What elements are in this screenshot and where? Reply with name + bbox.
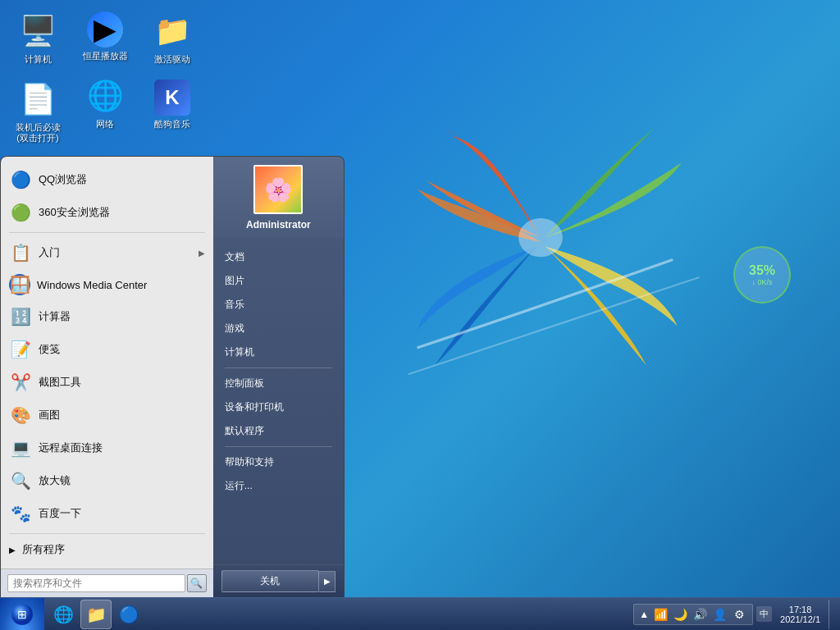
start-item-notepad-label: 便笺 xyxy=(39,342,205,357)
search-button[interactable]: 🔍 xyxy=(187,574,207,592)
tray-expand-arrow[interactable]: ▲ xyxy=(639,609,649,620)
notification-area: ▲ 📶 🌙 🔊 👤 ⚙ xyxy=(633,604,753,625)
tray-settings-icon[interactable]: ⚙ xyxy=(731,606,747,623)
desktop-icon-media-player-label: 恒星播放器 xyxy=(83,51,128,62)
shutdown-arrow-button[interactable]: ▶ xyxy=(319,571,336,592)
windows-logo xyxy=(364,66,717,418)
start-item-qq-browser[interactable]: 🔵 QQ浏览器 xyxy=(1,163,213,196)
start-item-remote[interactable]: 💻 远程桌面连接 xyxy=(1,431,213,464)
start-all-programs[interactable]: ▶ 所有程序 xyxy=(1,537,213,562)
start-menu-left: 🔵 QQ浏览器 🟢 360安全浏览器 📋 入门 ▶ 🪟 Windows Medi… xyxy=(1,157,213,597)
system-clock[interactable]: 17:18 2021/12/1 xyxy=(775,605,825,624)
start-item-intro[interactable]: 📋 入门 ▶ xyxy=(1,236,213,269)
start-search-box: 🔍 xyxy=(1,568,213,597)
desktop-icon-driver[interactable]: 📁 激活驱动 xyxy=(143,8,202,68)
taskbar-icon-ie2[interactable]: 🔵 xyxy=(113,600,144,629)
start-left-items: 🔵 QQ浏览器 🟢 360安全浏览器 📋 入门 ▶ 🪟 Windows Medi… xyxy=(1,157,213,568)
start-item-wmc[interactable]: 🪟 Windows Media Center xyxy=(1,269,213,300)
windows-orb-icon: ⊞ xyxy=(11,603,34,626)
right-item-control-panel[interactable]: 控制面板 xyxy=(213,372,344,395)
desktop-icon-computer[interactable]: 🖥️ 计算机 xyxy=(8,8,67,68)
all-programs-arrow: ▶ xyxy=(9,546,16,555)
user-avatar[interactable]: 🌸 xyxy=(253,165,303,214)
start-item-calculator-label: 计算器 xyxy=(39,309,205,324)
show-desktop-button[interactable] xyxy=(829,600,835,629)
user-name: Administrator xyxy=(246,219,311,231)
start-item-paint[interactable]: 🎨 画图 xyxy=(1,399,213,431)
right-item-computer[interactable]: 计算机 xyxy=(213,340,344,364)
desktop-icon-documents[interactable]: 📄 装机后必读(双击打开) xyxy=(8,76,67,147)
desktop-icon-music-label: 酷狗音乐 xyxy=(154,119,190,130)
right-divider-2 xyxy=(225,446,332,447)
desktop-icon-computer-label: 计算机 xyxy=(25,54,52,65)
desktop-icon-network[interactable]: 🌐 网络 xyxy=(75,73,135,133)
tray-volume-icon[interactable]: 🔊 xyxy=(692,606,708,623)
start-right-items: 文档 图片 音乐 游戏 计算机 控制面板 设备和打印机 默认程序 帮助和支持 运… xyxy=(213,239,344,564)
start-item-snipping[interactable]: ✂️ 截图工具 xyxy=(1,366,213,399)
start-item-intro-label: 入门 xyxy=(39,245,199,260)
start-item-wmc-label: Windows Media Center xyxy=(37,279,205,291)
desktop-icon-documents-label: 装机后必读(双击打开) xyxy=(11,122,64,144)
right-item-music[interactable]: 音乐 xyxy=(213,293,344,317)
svg-text:⊞: ⊞ xyxy=(17,608,27,621)
net-percent: 35% xyxy=(749,263,775,278)
tray-network-icon[interactable]: 📶 xyxy=(652,606,669,623)
start-item-calculator[interactable]: 🔢 计算器 xyxy=(1,300,213,333)
start-menu: 🔵 QQ浏览器 🟢 360安全浏览器 📋 入门 ▶ 🪟 Windows Medi… xyxy=(0,156,345,597)
right-item-run[interactable]: 运行... xyxy=(213,474,344,498)
net-speed-widget: 35% ↓ 0K/s xyxy=(733,246,791,304)
start-item-remote-label: 远程桌面连接 xyxy=(39,441,205,455)
taskbar-icon-ie[interactable]: 🌐 xyxy=(48,600,79,629)
system-tray: ▲ 📶 🌙 🔊 👤 ⚙ 中 17:18 2021/12/1 xyxy=(628,600,840,629)
all-programs-label: 所有程序 xyxy=(22,542,65,557)
tray-language-indicator[interactable]: 中 xyxy=(756,606,772,622)
clock-time: 17:18 xyxy=(789,605,812,614)
start-item-baidu[interactable]: 🐾 百度一下 xyxy=(1,497,213,530)
taskbar-items: 🌐 📁 🔵 xyxy=(44,600,628,629)
right-item-devices[interactable]: 设备和打印机 xyxy=(213,395,344,419)
start-divider-1 xyxy=(9,232,205,233)
start-item-snipping-label: 截图工具 xyxy=(39,375,205,390)
user-profile-section: 🌸 Administrator xyxy=(213,157,344,239)
start-menu-right: 🌸 Administrator 文档 图片 音乐 游戏 计算机 控制面板 设备和… xyxy=(213,157,344,597)
taskbar: ⊞ 🌐 📁 🔵 ▲ 📶 🌙 🔊 👤 ⚙ 中 17:18 2021/12/1 xyxy=(0,597,840,630)
start-item-notepad[interactable]: 📝 便笺 xyxy=(1,333,213,366)
right-item-pictures[interactable]: 图片 xyxy=(213,269,344,293)
start-button[interactable]: ⊞ xyxy=(0,598,44,631)
desktop-icon-media-player[interactable]: ▶ 恒星播放器 xyxy=(75,8,135,65)
right-item-default-programs[interactable]: 默认程序 xyxy=(213,419,344,443)
taskbar-icon-explorer[interactable]: 📁 xyxy=(80,600,112,629)
desktop: 🖥️ 计算机 📄 装机后必读(双击打开) ▶ 恒星播放器 🌐 网络 📁 激活驱动… xyxy=(0,0,840,630)
start-item-paint-label: 画图 xyxy=(39,408,205,422)
shutdown-bar: 关机 ▶ xyxy=(213,564,344,597)
start-item-baidu-label: 百度一下 xyxy=(39,506,205,521)
start-item-magnifier-label: 放大镜 xyxy=(39,473,205,488)
shutdown-button[interactable]: 关机 xyxy=(221,570,319,592)
search-input[interactable] xyxy=(7,574,185,592)
right-item-documents[interactable]: 文档 xyxy=(213,245,344,269)
start-item-360-browser[interactable]: 🟢 360安全浏览器 xyxy=(1,196,213,229)
start-divider-2 xyxy=(9,533,205,534)
desktop-icon-network-label: 网络 xyxy=(96,119,114,130)
start-item-intro-arrow: ▶ xyxy=(199,249,205,258)
start-item-magnifier[interactable]: 🔍 放大镜 xyxy=(1,464,213,497)
desktop-icon-driver-label: 激活驱动 xyxy=(154,54,190,65)
svg-point-0 xyxy=(518,218,563,257)
tray-user-icon[interactable]: 👤 xyxy=(711,606,728,623)
clock-date: 2021/12/1 xyxy=(780,614,820,624)
right-divider-1 xyxy=(225,368,332,368)
right-item-help[interactable]: 帮助和支持 xyxy=(213,450,344,474)
desktop-icons-container: 🖥️ 计算机 📄 装机后必读(双击打开) ▶ 恒星播放器 🌐 网络 📁 激活驱动… xyxy=(8,8,185,148)
start-item-qq-browser-label: QQ浏览器 xyxy=(39,172,205,187)
net-speed: ↓ 0K/s xyxy=(751,278,772,286)
desktop-icon-music[interactable]: K 酷狗音乐 xyxy=(143,76,202,133)
right-item-games[interactable]: 游戏 xyxy=(213,317,344,340)
tray-moon-icon[interactable]: 🌙 xyxy=(672,606,688,623)
start-item-360-browser-label: 360安全浏览器 xyxy=(39,205,205,220)
